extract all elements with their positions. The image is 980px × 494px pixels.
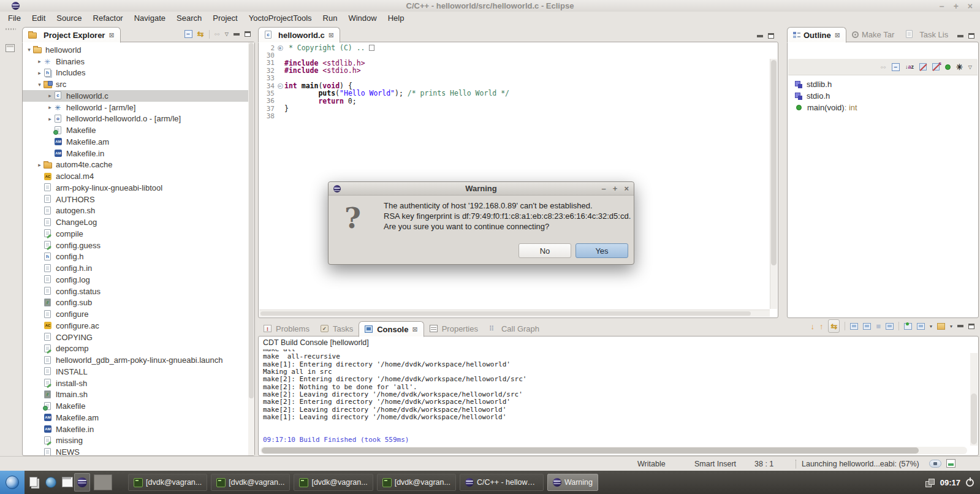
expand-arrow-icon[interactable]: ▾ <box>25 47 33 53</box>
collapse-all-button[interactable]: − <box>184 30 192 38</box>
tree-item[interactable]: configure <box>23 308 254 320</box>
tree-item[interactable]: ▾src <box>23 78 254 90</box>
dialog-minimize-button[interactable]: – <box>602 184 606 193</box>
expand-arrow-icon[interactable]: ▾ <box>36 82 44 88</box>
progress-view-button[interactable] <box>946 459 955 468</box>
expand-arrow-icon[interactable]: ▸ <box>46 104 54 110</box>
menu-item-file[interactable]: File <box>2 12 26 25</box>
menu-item-source[interactable]: Source <box>51 12 87 25</box>
tree-item[interactable]: ▸helloworld - [arm/le] <box>23 102 254 113</box>
expand-arrow-icon[interactable]: ▸ <box>36 70 44 76</box>
tab-call-graph[interactable]: Call Graph <box>484 321 545 336</box>
maximize-console-button[interactable] <box>968 324 974 329</box>
tree-item[interactable]: ▸Includes <box>23 67 254 79</box>
yes-button[interactable]: Yes <box>575 243 628 258</box>
window-maximize-button[interactable]: + <box>954 1 959 11</box>
tree-item[interactable]: config.h <box>23 251 254 263</box>
tree-item[interactable]: aclocal.m4 <box>23 170 254 182</box>
eclipse-launcher-button[interactable] <box>74 473 90 492</box>
maximize-outline-button[interactable] <box>968 33 974 39</box>
outline-view-menu-button[interactable]: ▽ <box>968 64 972 70</box>
applications-menu-button[interactable] <box>0 471 25 494</box>
menu-item-window[interactable]: Window <box>343 12 382 25</box>
open-console-button[interactable] <box>937 323 945 330</box>
minimize-console-button[interactable] <box>957 325 963 327</box>
close-tab-icon[interactable]: ⊠ <box>108 31 114 39</box>
tree-item[interactable]: Makefile.in <box>23 424 254 435</box>
tab-console[interactable]: Console⊠ <box>359 321 424 337</box>
expand-arrow-icon[interactable]: ▸ <box>46 116 54 122</box>
console-vertical-scrollbar[interactable] <box>970 353 978 446</box>
close-console-tab-icon[interactable]: ⊠ <box>412 325 417 333</box>
menu-item-yoctoprojecttools[interactable]: YoctoProjectTools <box>243 12 317 25</box>
hide-fields-button[interactable] <box>919 63 927 70</box>
editor-horizontal-scrollbar[interactable] <box>259 310 770 317</box>
window-minimize-button[interactable]: – <box>940 1 944 11</box>
expand-arrow-icon[interactable]: ▸ <box>46 93 54 99</box>
menu-item-help[interactable]: Help <box>382 12 410 25</box>
hide-static-members-button[interactable]: s <box>932 63 940 70</box>
view-menu-button[interactable]: ▽ <box>225 31 229 37</box>
clock[interactable]: 09:17 <box>940 478 960 487</box>
no-button[interactable]: No <box>518 243 571 258</box>
taskbar-window-button[interactable]: Warning <box>547 474 598 491</box>
outline-collapse-all-button[interactable]: − <box>892 63 900 71</box>
tree-item[interactable]: install-sh <box>23 378 254 389</box>
tab-properties[interactable]: Properties <box>424 321 484 336</box>
navigate-down-button[interactable]: ↓ <box>810 322 815 331</box>
tree-item[interactable]: ChangeLog <box>23 216 254 228</box>
clear-console-button[interactable] <box>886 323 894 330</box>
expand-arrow-icon[interactable]: ▸ <box>36 58 44 64</box>
menu-item-search[interactable]: Search <box>171 12 207 25</box>
maximize-editor-button[interactable] <box>768 33 774 39</box>
code-line[interactable]: 32#include <stdio.h> <box>259 67 777 74</box>
display-selected-console-button[interactable] <box>917 323 925 330</box>
tree-item[interactable]: Makefile.am <box>23 136 254 148</box>
window-close-button[interactable]: × <box>968 1 973 11</box>
tree-item[interactable]: ltmain.sh <box>23 389 254 401</box>
taskbar-window-button[interactable]: [dvdk@vagran... <box>128 474 207 491</box>
outline-item[interactable]: stdio.h <box>788 90 978 102</box>
tree-item[interactable]: missing <box>23 435 254 447</box>
network-icon[interactable] <box>925 479 935 487</box>
code-line[interactable]: 37} <box>259 105 777 112</box>
power-icon[interactable] <box>966 479 974 487</box>
editor-vertical-scrollbar[interactable] <box>770 59 777 309</box>
code-line[interactable]: 38 <box>259 113 777 120</box>
scroll-lock-button[interactable] <box>850 323 858 330</box>
expand-arrow-icon[interactable]: ▸ <box>36 162 44 168</box>
maximize-view-button[interactable] <box>245 31 251 37</box>
tree-item[interactable]: config.guess <box>23 240 254 251</box>
tab-problems[interactable]: Problems <box>258 321 315 336</box>
open-console-menu-icon[interactable]: ▾ <box>950 324 952 329</box>
folded-region-icon[interactable] <box>369 45 374 51</box>
code-line[interactable]: 2+ * Copyright (C) .. <box>259 44 777 51</box>
minimize-outline-button[interactable] <box>957 35 963 37</box>
tree-item[interactable]: Makefile.in <box>23 148 254 159</box>
cancel-operation-button[interactable] <box>929 460 941 468</box>
display-console-menu-icon[interactable]: ▾ <box>930 324 932 329</box>
tree-item[interactable]: Makefile <box>23 124 254 136</box>
follow-output-toggle[interactable]: ⇆ <box>828 319 840 333</box>
tab-outline[interactable]: Outline ⊠ <box>787 27 846 43</box>
tree-item[interactable]: AUTHORS <box>23 194 254 205</box>
tab-make-target[interactable]: Make Tar <box>846 26 900 42</box>
restore-view-icon[interactable] <box>6 44 15 52</box>
code-area[interactable]: 2+ * Copyright (C) ..3031#include <stdli… <box>259 42 777 317</box>
outline-item[interactable]: main(void) : int <box>788 102 978 113</box>
sort-button[interactable]: ↓az <box>905 64 914 70</box>
tree-item[interactable]: COPYING <box>23 332 254 343</box>
tree-item[interactable]: helloworld_gdb_arm-poky-linux-gnueabi.la… <box>23 354 254 366</box>
tab-task-list[interactable]: Task Lis <box>900 26 954 42</box>
taskbar-window-button[interactable]: [dvdk@vagran... <box>294 474 373 491</box>
tree-item[interactable]: ▸autom4te.cache <box>23 159 254 171</box>
pin-console-button[interactable] <box>904 323 912 330</box>
file-manager-launcher-icon[interactable] <box>28 475 41 490</box>
close-outline-icon[interactable]: ⊠ <box>835 31 840 39</box>
dialog-maximize-button[interactable]: + <box>613 184 618 193</box>
minimize-view-button[interactable] <box>234 33 240 36</box>
navigate-up-button[interactable]: ↑ <box>819 322 824 331</box>
fold-marker-icon[interactable]: − <box>278 83 283 89</box>
show-console-output-button[interactable]: ≡ <box>876 322 881 330</box>
dialog-titlebar[interactable]: Warning – + × <box>329 182 634 196</box>
